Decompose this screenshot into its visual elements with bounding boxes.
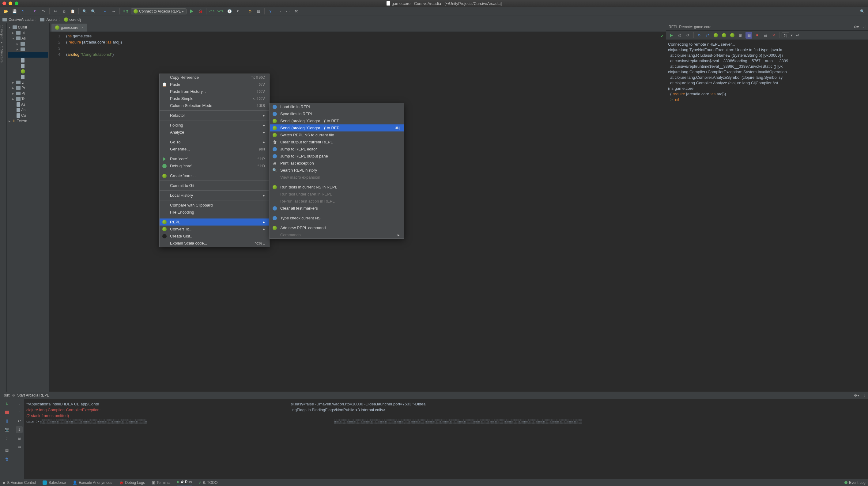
soft-wrap-icon[interactable]: ↩ <box>794 32 801 39</box>
breadcrumb-folder[interactable]: Assets <box>46 18 57 22</box>
load-file-icon[interactable]: ↺ <box>696 32 703 39</box>
up-icon[interactable]: ↑ <box>16 409 23 416</box>
debug-button[interactable]: 🐞 <box>197 8 204 15</box>
trash-icon[interactable]: 🗑 <box>737 32 744 39</box>
settings-icon[interactable]: ⚙ <box>247 8 253 15</box>
menu-item[interactable]: REPL <box>160 218 269 225</box>
close-window-button[interactable] <box>2 2 6 5</box>
repl-output[interactable]: Connecting to remote nREPL server... clo… <box>666 40 868 392</box>
find-icon[interactable]: 🔍 <box>81 8 88 15</box>
save-icon[interactable]: 💾 <box>11 8 18 15</box>
breadcrumb-project[interactable]: CursiveArcadia <box>8 18 33 22</box>
tab-execute-anonymous[interactable]: 👤Execute Anonymous <box>72 481 112 485</box>
menu-item[interactable]: 📋Paste⌘V <box>160 81 269 88</box>
tree-item[interactable]: .id <box>22 31 25 35</box>
down-icon[interactable]: ↓ <box>16 400 23 407</box>
structure-icon[interactable]: ▦ <box>255 8 262 15</box>
trash-icon[interactable]: 🗑 <box>4 456 10 462</box>
tab-run[interactable]: 4: Run <box>177 480 192 485</box>
left-tool-rail[interactable]: 1: Project ▸ 7: Structure <box>0 23 7 392</box>
revert-icon[interactable]: ↶ <box>235 8 241 15</box>
menu-item[interactable]: Create Gist... <box>160 233 269 240</box>
tree-item[interactable]: Extern <box>17 119 27 123</box>
settings-icon[interactable]: ⚙▾ <box>854 25 859 29</box>
help-icon[interactable]: ? <box>267 8 274 15</box>
close-tab-icon[interactable]: × <box>82 25 84 30</box>
menu-item[interactable]: Debug 'core'^⇧D <box>160 162 269 170</box>
replace-icon[interactable]: 🔍 <box>90 8 96 15</box>
menu-item[interactable]: Generate...⌘N <box>160 146 269 153</box>
run-button[interactable] <box>188 8 195 15</box>
scroll-icon[interactable]: ⤓ <box>16 426 23 433</box>
forward-icon[interactable]: → <box>110 8 117 15</box>
menu-item[interactable]: Paste from History...⇧⌘V <box>160 88 269 95</box>
menu-item[interactable]: Copy Reference⌥⇧⌘C <box>160 74 269 81</box>
minimize-window-button[interactable] <box>8 2 12 5</box>
interrupt-icon[interactable]: ⟳ <box>685 32 691 39</box>
build-icon[interactable]: ⬇⬆ <box>122 8 129 15</box>
settings-icon[interactable]: ⚙▾ <box>854 393 859 397</box>
rerun-icon[interactable]: ↻ <box>4 400 10 407</box>
redo-icon[interactable]: ↷ <box>40 8 47 15</box>
menu-item[interactable]: Type check current NS <box>270 214 404 221</box>
menu-item[interactable]: Analyze <box>160 129 269 136</box>
menu-item[interactable]: File Encoding <box>160 209 269 216</box>
menu-item[interactable]: Compare with Clipboard <box>160 202 269 209</box>
vcs-commit-icon[interactable]: VCS↑ <box>217 8 224 15</box>
tab-event-log[interactable]: Event Log <box>844 481 866 485</box>
menu-item[interactable]: Folding <box>160 122 269 129</box>
tree-item[interactable]: Te <box>22 97 25 101</box>
menu-item[interactable]: Run 'core'^⇧R <box>160 155 269 162</box>
menu-item[interactable]: Create 'core'... <box>160 172 269 179</box>
hide-icon[interactable]: →| <box>861 25 866 29</box>
exit-icon[interactable]: ⤴ <box>4 435 10 442</box>
fx-icon[interactable]: fx <box>293 8 300 15</box>
menu-item[interactable]: Refactor <box>160 112 269 119</box>
menu-item[interactable]: Jump to REPL output pane <box>270 153 404 160</box>
sync-icon[interactable]: ↻ <box>20 8 26 15</box>
menu-item[interactable]: Convert To... <box>160 225 269 233</box>
tab-game-core[interactable]: game.core× <box>52 24 87 32</box>
vcs-update-icon[interactable]: VCS↓ <box>209 8 216 15</box>
switch-ns-icon[interactable] <box>729 32 736 39</box>
menu-item[interactable]: Run tests in current NS in REPL <box>270 184 404 191</box>
menu-item[interactable]: Load file in REPL <box>270 103 404 110</box>
tree-item[interactable]: As <box>21 102 25 107</box>
tab-todo[interactable]: ✔6: TODO <box>198 481 218 485</box>
menu-item[interactable]: Commit to Git <box>160 182 269 189</box>
send-form-icon[interactable] <box>712 32 719 39</box>
menu-item[interactable]: Local History <box>160 192 269 199</box>
wrap-icon[interactable]: ↩ <box>16 418 23 424</box>
editor-context-menu[interactable]: Copy Reference⌥⇧⌘C📋Paste⌘VPaste from His… <box>159 73 270 247</box>
filter-icon[interactable]: ▭ <box>16 444 23 450</box>
project-tree[interactable]: ▾Cursi ▸.id ▾As ▸ ▸ ▸Li ▸Pr ▸Pr ▸Te As A… <box>7 23 50 392</box>
run-config-combo[interactable]: Connect to Arcadia REPL ▾ <box>131 8 187 14</box>
search-everywhere-icon[interactable]: 🔍 <box>859 8 866 15</box>
paste-icon[interactable]: 📋 <box>69 8 76 15</box>
layout-icon[interactable]: ▭ <box>276 8 282 15</box>
run-console[interactable]: "/Applications/IntelliJ IDEA CE.app/Cont… <box>25 399 868 479</box>
back-icon[interactable]: ← <box>102 8 108 15</box>
open-icon[interactable]: 📂 <box>2 8 9 15</box>
menu-item[interactable]: Go To <box>160 139 269 146</box>
menu-item[interactable]: Sync files in REPL <box>270 110 404 117</box>
breadcrumb-file[interactable]: core.clj <box>69 18 81 22</box>
layout-icon[interactable]: ▤ <box>4 447 10 454</box>
jump-editor-icon[interactable]: ▦ <box>745 32 752 39</box>
close-icon[interactable]: ✕ <box>770 32 777 39</box>
menu-item[interactable]: Add new REPL command <box>270 224 404 231</box>
tab-terminal[interactable]: ▣ Terminal <box>152 481 170 485</box>
menu-item[interactable]: Switch REPL NS to current file <box>270 131 404 139</box>
stop-repl-icon[interactable]: ■ <box>754 32 761 39</box>
tree-item[interactable]: Pr <box>22 86 25 90</box>
menu-item[interactable]: Column Selection Mode⇧⌘8 <box>160 102 269 109</box>
tree-item[interactable]: Cu <box>21 113 26 118</box>
run-icon[interactable]: ▶ <box>668 32 675 39</box>
menu-item[interactable]: 🗑Clear output for current REPL <box>270 139 404 146</box>
pause-icon[interactable]: ‖ <box>4 418 10 424</box>
tree-item[interactable]: As <box>22 36 26 40</box>
menu-item[interactable]: Clear all test markers <box>270 205 404 212</box>
stop-icon[interactable]: ◎ <box>676 32 683 39</box>
history-icon[interactable]: 🕘 <box>226 8 233 15</box>
repl-lang-combo[interactable]: clj <box>782 32 789 38</box>
